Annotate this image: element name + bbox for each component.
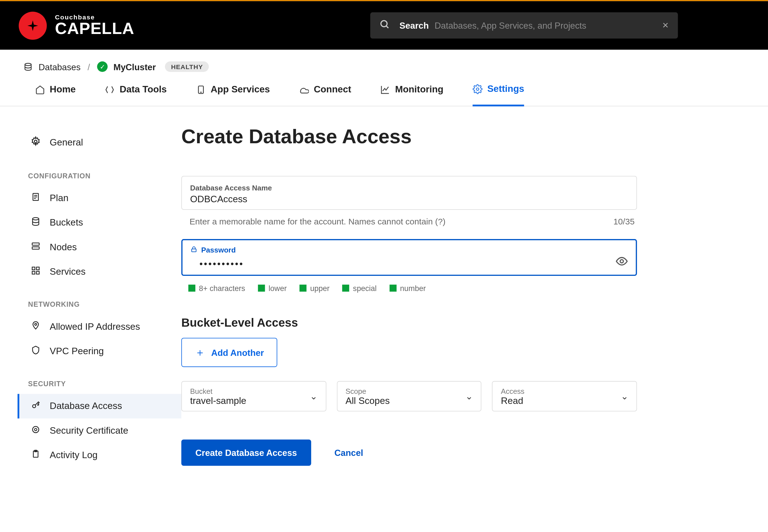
sidebar-item-label: Plan bbox=[50, 193, 69, 203]
password-field[interactable]: Password •••••••••• bbox=[181, 239, 637, 276]
select-value: Read bbox=[501, 396, 613, 406]
cog-icon bbox=[30, 425, 42, 437]
chevron-down-icon: ⌄ bbox=[621, 391, 628, 402]
sidebar-item-label: Buckets bbox=[50, 217, 83, 228]
name-help: Enter a memorable name for the account. … bbox=[189, 217, 446, 226]
search-label: Search bbox=[399, 21, 429, 30]
svg-line-1 bbox=[386, 26, 388, 28]
bucket-select[interactable]: Bucket travel-sample ⌄ bbox=[181, 381, 326, 411]
select-value: All Scopes bbox=[346, 396, 458, 406]
tabs-row: Home Data Tools App Services Connect Mon… bbox=[0, 72, 768, 106]
select-label: Scope bbox=[346, 388, 458, 396]
gear-icon bbox=[30, 136, 42, 149]
clipboard-icon bbox=[30, 449, 42, 461]
database-icon bbox=[30, 217, 42, 229]
search-input[interactable]: Search Databases, App Services, and Proj… bbox=[370, 12, 678, 39]
tab-label: Connect bbox=[314, 84, 351, 95]
select-value: travel-sample bbox=[190, 396, 302, 406]
tab-label: App Services bbox=[211, 84, 270, 95]
cancel-button[interactable]: Cancel bbox=[335, 448, 363, 458]
access-select[interactable]: Access Read ⌄ bbox=[492, 381, 637, 411]
plus-icon: ＋ bbox=[195, 345, 205, 360]
logo-icon bbox=[19, 12, 47, 40]
add-another-button[interactable]: ＋ Add Another bbox=[181, 338, 278, 367]
svg-rect-16 bbox=[32, 271, 35, 274]
scope-select[interactable]: Scope All Scopes ⌄ bbox=[337, 381, 481, 411]
svg-point-5 bbox=[476, 88, 479, 90]
tab-label: Settings bbox=[487, 84, 524, 94]
create-button[interactable]: Create Database Access bbox=[181, 440, 311, 466]
sidebar-item-activity-log[interactable]: Activity Log bbox=[17, 443, 181, 467]
pw-rule: upper bbox=[300, 284, 330, 293]
breadcrumb-databases[interactable]: Databases bbox=[38, 62, 80, 72]
sidebar-item-label: VPC Peering bbox=[50, 346, 104, 356]
search-placeholder: Databases, App Services, and Projects bbox=[435, 21, 662, 30]
add-another-label: Add Another bbox=[211, 347, 264, 357]
eye-icon[interactable] bbox=[615, 255, 628, 270]
server-icon bbox=[30, 241, 42, 253]
sidebar-header: SECURITY bbox=[17, 363, 181, 394]
settings-sidebar: General CONFIGURATION Plan Buckets Nodes… bbox=[0, 106, 181, 491]
tab-app-services[interactable]: App Services bbox=[196, 84, 270, 106]
pw-rule: 8+ characters bbox=[188, 284, 245, 293]
svg-point-21 bbox=[35, 428, 37, 431]
clear-icon[interactable]: × bbox=[662, 19, 669, 32]
pw-rule: number bbox=[390, 284, 426, 293]
sidebar-item-vpc-peering[interactable]: VPC Peering bbox=[17, 339, 181, 363]
topbar: Couchbase CAPELLA Search Databases, App … bbox=[0, 1, 768, 50]
sidebar-item-label: General bbox=[50, 137, 83, 148]
status-badge: HEALTHY bbox=[165, 61, 209, 72]
key-icon bbox=[30, 400, 42, 412]
sidebar-item-label: Database Access bbox=[50, 401, 122, 411]
name-field[interactable]: Database Access Name ODBCAccess bbox=[181, 176, 637, 210]
svg-rect-17 bbox=[37, 271, 39, 274]
lock-icon bbox=[190, 245, 198, 255]
sidebar-header: NETWORKING bbox=[17, 284, 181, 314]
select-label: Bucket bbox=[190, 388, 302, 396]
tab-connect[interactable]: Connect bbox=[299, 84, 351, 106]
svg-point-25 bbox=[620, 260, 623, 263]
sidebar-item-database-access[interactable]: Database Access bbox=[17, 394, 181, 418]
svg-point-18 bbox=[35, 323, 37, 325]
sidebar-item-security-certificate[interactable]: Security Certificate bbox=[17, 419, 181, 443]
svg-point-2 bbox=[25, 63, 31, 65]
svg-rect-12 bbox=[32, 243, 39, 245]
svg-rect-13 bbox=[32, 247, 39, 249]
sidebar-item-nodes[interactable]: Nodes bbox=[17, 235, 181, 259]
breadcrumb-cluster: MyCluster bbox=[113, 62, 156, 72]
password-label: Password bbox=[201, 246, 236, 254]
name-value: ODBCAccess bbox=[190, 193, 628, 205]
sidebar-item-general[interactable]: General bbox=[17, 130, 181, 156]
sidebar-item-label: Services bbox=[50, 267, 86, 277]
search-icon bbox=[380, 19, 390, 32]
svg-rect-24 bbox=[192, 249, 196, 252]
sidebar-item-label: Allowed IP Addresses bbox=[50, 321, 140, 332]
tab-home[interactable]: Home bbox=[35, 84, 76, 106]
sidebar-item-label: Security Certificate bbox=[50, 426, 128, 436]
sidebar-item-label: Nodes bbox=[50, 242, 77, 252]
chevron-down-icon: ⌄ bbox=[465, 391, 473, 402]
sidebar-item-plan[interactable]: Plan bbox=[17, 186, 181, 210]
logo[interactable]: Couchbase CAPELLA bbox=[19, 12, 134, 40]
shield-icon bbox=[30, 345, 42, 357]
logo-product: CAPELLA bbox=[55, 21, 134, 37]
document-icon bbox=[30, 192, 42, 204]
svg-point-11 bbox=[33, 218, 39, 220]
tab-data-tools[interactable]: Data Tools bbox=[105, 84, 167, 106]
bucket-section-heading: Bucket-Level Access bbox=[181, 316, 637, 330]
sidebar-item-allowed-ip[interactable]: Allowed IP Addresses bbox=[17, 314, 181, 339]
sidebar-item-buckets[interactable]: Buckets bbox=[17, 210, 181, 235]
password-rules: 8+ characters lower upper special number bbox=[181, 279, 637, 293]
tab-settings[interactable]: Settings bbox=[472, 84, 524, 106]
pw-rule: lower bbox=[258, 284, 287, 293]
database-icon bbox=[23, 62, 33, 72]
breadcrumb: Databases / ✓ MyCluster HEALTHY bbox=[0, 50, 768, 72]
tab-monitoring[interactable]: Monitoring bbox=[380, 84, 443, 106]
sidebar-item-services[interactable]: Services bbox=[17, 260, 181, 284]
svg-point-0 bbox=[381, 20, 387, 26]
name-counter: 10/35 bbox=[614, 217, 635, 226]
svg-point-6 bbox=[34, 140, 37, 143]
password-value: •••••••••• bbox=[190, 256, 615, 269]
svg-point-20 bbox=[33, 426, 39, 433]
svg-rect-15 bbox=[37, 267, 39, 270]
